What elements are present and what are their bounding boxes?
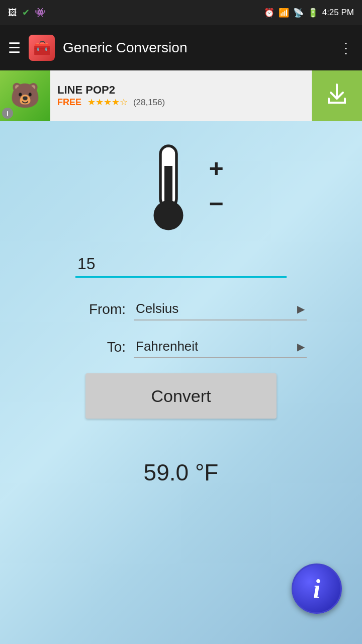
ad-reviews: (28,156) [133, 98, 165, 107]
from-label: From: [55, 301, 126, 317]
status-bar: 🖼 ✔ 👾 ⏰ 📶 📡 🔋 4:25 PM [0, 0, 362, 25]
status-icons-right: ⏰ 📶 📡 🔋 4:25 PM [264, 8, 354, 18]
more-options-icon[interactable]: ⋮ [339, 40, 354, 56]
ad-download-button[interactable] [312, 70, 362, 121]
ad-app-icon: 🐻 i [0, 70, 50, 121]
convert-button[interactable]: Convert [85, 373, 277, 419]
download-icon [325, 82, 349, 110]
ad-banner[interactable]: 🐻 i LINE POP2 FREE ★★★★☆ (28,156) [0, 70, 362, 121]
info-icon: i [313, 574, 320, 604]
from-value: Celsius [136, 301, 297, 316]
increase-icon[interactable]: + [209, 156, 223, 181]
menu-icon[interactable]: ☰ [8, 40, 21, 56]
from-chevron-icon: ▶ [297, 303, 305, 315]
ad-app-name: LINE POP2 [57, 84, 305, 97]
value-input-container [75, 252, 287, 278]
svg-point-2 [154, 201, 183, 229]
to-label: To: [55, 339, 126, 355]
app-icon: 🧰 [29, 35, 55, 61]
signal-icon: 📡 [293, 8, 304, 18]
main-content: + − From: Celsius ▶ To: Fahrenheit ▶ Con… [0, 121, 362, 531]
to-chevron-icon: ▶ [297, 341, 305, 353]
ad-details: FREE ★★★★☆ (28,156) [57, 97, 305, 108]
result-display: 59.0 °F [144, 459, 219, 486]
battery-icon: 🔋 [308, 8, 318, 18]
status-icons-left: 🖼 ✔ 👾 [8, 7, 46, 18]
decrease-icon[interactable]: − [209, 191, 223, 216]
from-selector-row: From: Celsius ▶ [55, 298, 307, 320]
thermometer-icon [138, 136, 199, 236]
wifi-icon: 📶 [279, 8, 289, 18]
ad-free-label: FREE [57, 97, 81, 107]
to-value: Fahrenheit [136, 339, 297, 354]
to-dropdown[interactable]: Fahrenheit ▶ [134, 336, 307, 358]
alarm-icon: ⏰ [264, 8, 275, 18]
alien-icon: 👾 [35, 7, 46, 18]
ad-info-badge: i [2, 108, 13, 119]
to-selector-row: To: Fahrenheit ▶ [55, 336, 307, 358]
notification-icon: 🖼 [8, 8, 17, 18]
app-bar: ☰ 🧰 Generic Conversion ⋮ [0, 25, 362, 70]
thermometer-container: + − [138, 136, 223, 236]
ad-content: LINE POP2 FREE ★★★★☆ (28,156) [50, 78, 312, 113]
ad-stars: ★★★★☆ [87, 97, 128, 107]
check-icon: ✔ [22, 7, 30, 18]
svg-rect-1 [164, 166, 172, 206]
app-title: Generic Conversion [63, 40, 331, 56]
info-button[interactable]: i [292, 564, 342, 614]
time-display: 4:25 PM [322, 8, 354, 18]
temperature-controls: + − [209, 156, 223, 216]
temperature-input[interactable] [75, 252, 287, 278]
from-dropdown[interactable]: Celsius ▶ [134, 298, 307, 320]
